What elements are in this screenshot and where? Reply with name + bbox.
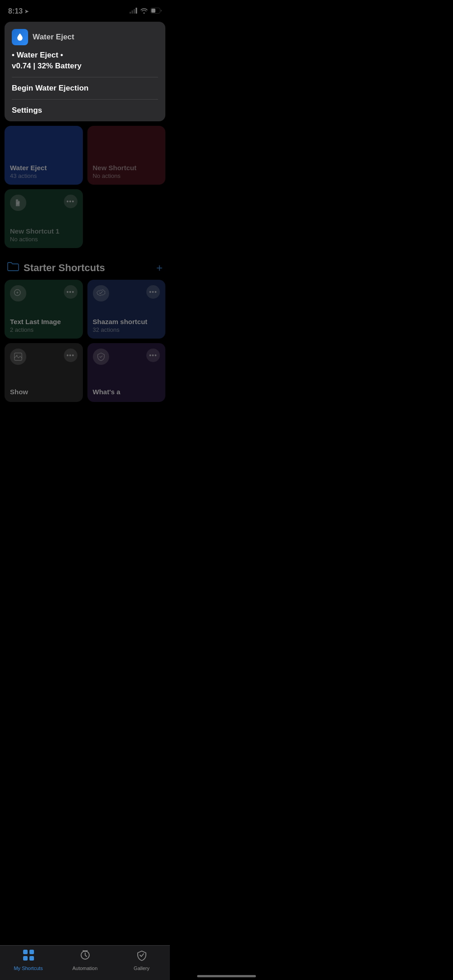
context-item-settings[interactable]: Settings (5, 100, 165, 121)
context-menu-header: Water Eject (5, 22, 165, 50)
page-wrapper: 8:13 ➤ (0, 0, 170, 447)
context-menu-title: Water Eject (33, 33, 74, 42)
context-item-begin-water-ejection[interactable]: Begin Water Ejection (5, 77, 165, 99)
context-menu: Water Eject • Water Eject • v0.74 | 32% … (5, 22, 165, 121)
water-eject-icon (12, 29, 28, 45)
context-menu-subtitle: • Water Eject • v0.74 | 32% Battery (5, 50, 165, 77)
